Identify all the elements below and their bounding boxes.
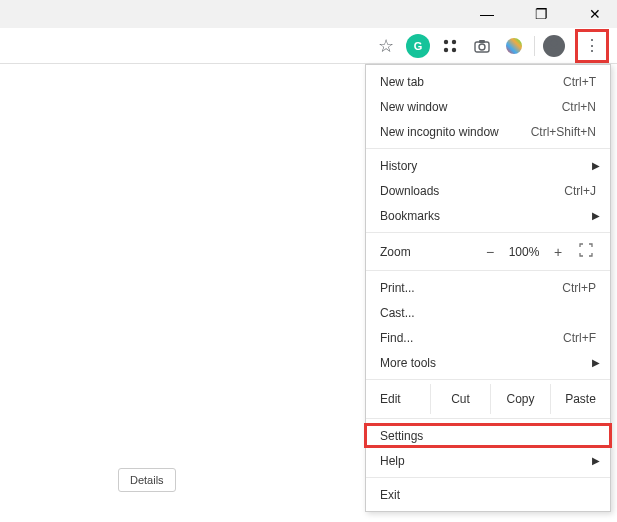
menu-help[interactable]: Help ▶ <box>366 448 610 473</box>
menu-zoom: Zoom − 100% + <box>366 237 610 266</box>
close-button[interactable]: ✕ <box>577 0 613 28</box>
extension-icon[interactable] <box>438 34 462 58</box>
menu-history[interactable]: History ▶ <box>366 153 610 178</box>
menu-edit-label: Edit <box>366 384 430 414</box>
camera-extension-icon[interactable] <box>470 34 494 58</box>
bookmark-star-icon[interactable]: ☆ <box>374 34 398 58</box>
svg-rect-6 <box>479 40 485 43</box>
chrome-menu-dropdown: New tab Ctrl+T New window Ctrl+N New inc… <box>365 64 611 512</box>
menu-exit[interactable]: Exit <box>366 482 610 507</box>
svg-point-0 <box>444 39 448 43</box>
chrome-menu-button[interactable]: ⋮ <box>580 34 604 58</box>
minimize-button[interactable]: — <box>469 0 505 28</box>
menu-new-tab[interactable]: New tab Ctrl+T <box>366 69 610 94</box>
profile-avatar-icon[interactable] <box>543 35 565 57</box>
window-titlebar: — ❐ ✕ <box>0 0 617 28</box>
fullscreen-icon[interactable] <box>572 243 600 260</box>
zoom-out-button[interactable]: − <box>476 244 504 260</box>
chevron-right-icon: ▶ <box>592 455 600 466</box>
menu-find[interactable]: Find... Ctrl+F <box>366 325 610 350</box>
toolbar-divider <box>534 36 535 56</box>
svg-point-5 <box>479 44 485 50</box>
menu-edit-row: Edit Cut Copy Paste <box>366 384 610 414</box>
menu-new-window[interactable]: New window Ctrl+N <box>366 94 610 119</box>
menu-cast[interactable]: Cast... <box>366 300 610 325</box>
svg-point-7 <box>551 39 557 45</box>
svg-point-1 <box>452 39 456 43</box>
zoom-in-button[interactable]: + <box>544 244 572 260</box>
zoom-value: 100% <box>504 245 544 259</box>
menu-print[interactable]: Print... Ctrl+P <box>366 275 610 300</box>
chevron-right-icon: ▶ <box>592 160 600 171</box>
browser-toolbar: ☆ G ⋮ <box>0 28 617 64</box>
svg-point-2 <box>444 47 448 51</box>
svg-point-3 <box>452 47 456 51</box>
menu-bookmarks[interactable]: Bookmarks ▶ <box>366 203 610 228</box>
menu-more-tools[interactable]: More tools ▶ <box>366 350 610 375</box>
details-button[interactable]: Details <box>118 468 176 492</box>
menu-copy[interactable]: Copy <box>490 384 550 414</box>
chevron-right-icon: ▶ <box>592 210 600 221</box>
menu-downloads[interactable]: Downloads Ctrl+J <box>366 178 610 203</box>
chevron-right-icon: ▶ <box>592 357 600 368</box>
colorpicker-extension-icon[interactable] <box>502 34 526 58</box>
maximize-button[interactable]: ❐ <box>523 0 559 28</box>
menu-paste[interactable]: Paste <box>550 384 610 414</box>
grammarly-extension-icon[interactable]: G <box>406 34 430 58</box>
menu-cut[interactable]: Cut <box>430 384 490 414</box>
menu-button-highlight: ⋮ <box>575 29 609 63</box>
menu-settings[interactable]: Settings <box>366 423 610 448</box>
menu-new-incognito[interactable]: New incognito window Ctrl+Shift+N <box>366 119 610 144</box>
